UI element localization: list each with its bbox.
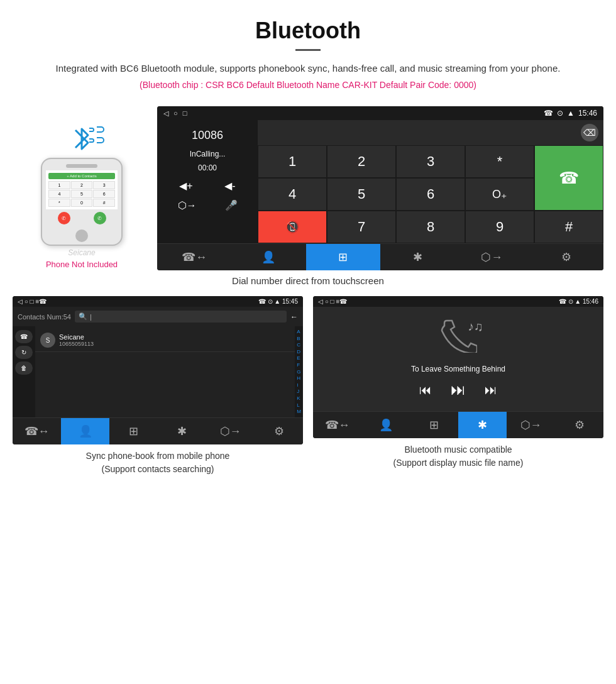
back-arrow-icon[interactable]: ← — [290, 312, 298, 321]
contacts-section: ◁ ○ □ ≡☎ ☎ ⊙ ▲ 15:45 Contacts Num:54 🔍 |… — [13, 296, 303, 476]
tab-settings[interactable]: ⚙ — [529, 244, 603, 270]
contacts-tab-contacts[interactable]: 👤 — [61, 418, 109, 444]
car-dialer-main: 10086 InCalling... 00:00 ◀+ ◀- ⬡→ 🎤 ⌫ — [157, 120, 603, 243]
alpha-index: A B C D E F G H I J K L M — [295, 326, 303, 417]
location-icon: ⊙ — [557, 109, 563, 118]
alpha-k[interactable]: K — [297, 395, 301, 402]
add-to-contacts-label: + Add to Contacts — [48, 173, 115, 179]
key-5[interactable]: 5 — [327, 178, 396, 211]
dialer-timer: 00:00 — [163, 163, 251, 172]
car-bottom-bar: ☎↔ 👤 ⊞ ✱ ⬡→ ⚙ — [157, 243, 603, 270]
phone-speaker — [66, 164, 97, 168]
contact-item[interactable]: S Seicane 10655059113 — [35, 329, 295, 352]
key-7[interactable]: 7 — [327, 211, 396, 243]
key-9[interactable]: 9 — [465, 211, 534, 243]
music-tab-phone[interactable]: ☎↔ — [313, 412, 361, 438]
alpha-a[interactable]: A — [297, 329, 301, 335]
contact-phone: 10655059113 — [59, 341, 94, 347]
contacts-tab-dialpad[interactable]: ⊞ — [109, 418, 158, 444]
music-song-title: To Leave Something Behind — [411, 365, 505, 373]
volume-down-icon[interactable]: ◀- — [224, 180, 235, 192]
alpha-b[interactable]: B — [297, 336, 301, 342]
key-3[interactable]: 3 — [396, 145, 465, 178]
phone-key-3: 3 — [93, 181, 115, 189]
contacts-status-right: ☎ ⊙ ▲ 15:45 — [258, 298, 298, 305]
tab-contacts[interactable]: 👤 — [231, 244, 305, 270]
car-status-bar: ◁ ○ □ ☎ ⊙ ▲ 15:46 — [157, 106, 603, 120]
mic-icon[interactable]: 🎤 — [225, 199, 238, 211]
end-call-button[interactable]: 📵 — [258, 211, 327, 243]
alpha-g[interactable]: G — [297, 369, 301, 375]
backspace-button[interactable]: ⌫ — [581, 124, 598, 141]
status-time: 15:46 — [578, 109, 597, 118]
music-tab-contacts[interactable]: 👤 — [361, 412, 410, 438]
alpha-i[interactable]: I — [297, 382, 301, 389]
music-tab-transfer[interactable]: ⬡→ — [507, 412, 555, 438]
bottom-row: ◁ ○ □ ≡☎ ☎ ⊙ ▲ 15:45 Contacts Num:54 🔍 |… — [0, 296, 616, 476]
dialer-keypad-area: ⌫ 1 2 3 * ☎ 4 5 6 O₊ 📵 7 8 9 # — [258, 120, 603, 243]
search-icon: 🔍 — [79, 312, 87, 321]
music-tab-settings[interactable]: ⚙ — [555, 412, 603, 438]
music-note-icon: ♪♫ — [468, 319, 483, 334]
contacts-search-box[interactable]: 🔍 | — [75, 311, 287, 323]
call-contact-btn[interactable]: ☎ — [15, 330, 33, 343]
music-bottom-bar: ☎↔ 👤 ⊞ ✱ ⬡→ ⚙ — [313, 411, 603, 438]
phone-key-hash: # — [93, 199, 115, 207]
phone-key-star: * — [48, 199, 70, 207]
phone-key-2: 2 — [71, 181, 93, 189]
seicane-watermark: Seicane — [68, 248, 95, 257]
alpha-m[interactable]: M — [297, 409, 301, 415]
play-pause-btn[interactable]: ⏭ — [451, 381, 466, 399]
tab-dialpad[interactable]: ⊞ — [306, 244, 380, 270]
next-track-btn[interactable]: ⏭ — [485, 383, 497, 397]
music-tab-bluetooth[interactable]: ✱ — [458, 412, 507, 438]
key-0plus[interactable]: O₊ — [465, 178, 534, 211]
alpha-e[interactable]: E — [297, 355, 301, 361]
tab-transfer[interactable]: ⬡→ — [454, 244, 529, 270]
alpha-c[interactable]: C — [297, 342, 301, 348]
alpha-j[interactable]: J — [297, 389, 301, 395]
music-controls: ⏮ ⏭ ⏭ — [419, 381, 497, 399]
key-8[interactable]: 8 — [396, 211, 465, 243]
contacts-tab-transfer[interactable]: ⬡→ — [206, 418, 255, 444]
main-screenshot-row: + Add to Contacts 1 2 3 4 5 6 * 0 # ✆ ✆ — [0, 106, 616, 270]
alpha-d[interactable]: D — [297, 349, 301, 355]
phone-home-btn — [75, 229, 88, 242]
music-tab-dialpad[interactable]: ⊞ — [410, 412, 458, 438]
music-status-right: ☎ ⊙ ▲ 15:46 — [559, 298, 598, 305]
alpha-l[interactable]: L — [297, 402, 301, 409]
transfer-icon[interactable]: ⬡→ — [178, 199, 197, 211]
contacts-tab-phone[interactable]: ☎↔ — [13, 418, 61, 444]
key-star[interactable]: * — [465, 145, 534, 178]
phone-key-0: 0 — [71, 199, 93, 207]
contacts-bottom-bar: ☎↔ 👤 ⊞ ✱ ⬡→ ⚙ — [13, 417, 303, 444]
music-caption: Bluetooth music compatible (Support disp… — [313, 443, 603, 470]
key-2[interactable]: 2 — [327, 145, 396, 178]
sync-contacts-btn[interactable]: ↻ — [15, 346, 33, 359]
page-title: Bluetooth — [13, 18, 603, 44]
phone-status-icon: ☎ — [544, 109, 553, 118]
number-input-row: ⌫ — [258, 120, 603, 145]
key-1[interactable]: 1 — [258, 145, 327, 178]
delete-contact-btn[interactable]: 🗑 — [15, 361, 33, 375]
contact-info: Seicane 10655059113 — [59, 333, 94, 347]
contacts-list-area: ☎ ↻ 🗑 S Seicane 10655059113 — [13, 326, 303, 417]
music-status-bar: ◁ ○ □ ≡☎ ☎ ⊙ ▲ 15:46 — [313, 296, 603, 307]
contacts-tab-settings[interactable]: ⚙ — [255, 418, 303, 444]
prev-track-btn[interactable]: ⏮ — [419, 383, 432, 397]
key-4[interactable]: 4 — [258, 178, 327, 211]
phone-key-4: 4 — [48, 190, 70, 198]
alpha-h[interactable]: H — [297, 375, 301, 382]
tab-bluetooth[interactable]: ✱ — [380, 244, 454, 270]
phone-key-6: 6 — [93, 190, 115, 198]
status-right-icons: ☎ ⊙ ▲ 15:46 — [544, 109, 597, 118]
call-button[interactable]: ☎ — [534, 145, 603, 211]
alpha-f[interactable]: F — [297, 362, 301, 368]
dialer-status: InCalling... — [163, 150, 251, 158]
tab-phone[interactable]: ☎↔ — [157, 244, 231, 270]
key-hash[interactable]: # — [534, 211, 603, 243]
contacts-tab-bluetooth[interactable]: ✱ — [158, 418, 206, 444]
volume-up-icon[interactable]: ◀+ — [179, 180, 192, 192]
key-6[interactable]: 6 — [396, 178, 465, 211]
contacts-search-header: Contacts Num:54 🔍 | ← — [13, 307, 303, 326]
